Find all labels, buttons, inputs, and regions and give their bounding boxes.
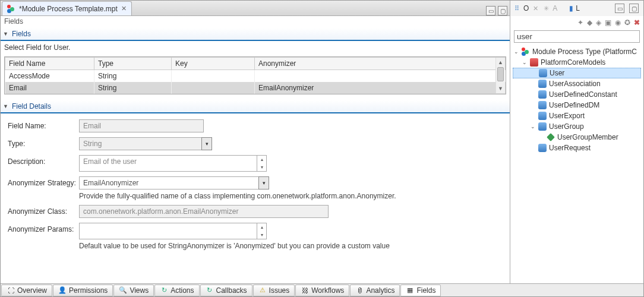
editor-tab[interactable]: *Module Process Template.mpt ✕ bbox=[2, 1, 132, 15]
tab-actions[interactable]: ↻Actions bbox=[154, 285, 199, 296]
action-icon[interactable]: ◉ bbox=[615, 18, 621, 27]
bug-icon[interactable]: ✳ bbox=[542, 4, 550, 12]
collapse-icon: ▼ bbox=[3, 103, 8, 109]
type-label: Type: bbox=[8, 137, 79, 148]
type-select: String bbox=[79, 137, 201, 150]
params-hint: Default value to be used for StringAnony… bbox=[79, 242, 503, 250]
tab-overview[interactable]: ⛶Overview bbox=[1, 285, 52, 296]
mpt-file-icon bbox=[7, 5, 15, 13]
actions-icon: ↻ bbox=[160, 286, 168, 295]
fields-section-header[interactable]: ▼ Fields bbox=[1, 28, 510, 41]
ruler-icon[interactable]: ▮ bbox=[569, 4, 573, 12]
action-icon[interactable]: ▣ bbox=[605, 18, 611, 27]
table-row[interactable]: AccessMode String bbox=[5, 70, 506, 83]
outline-icon[interactable]: ⠿ bbox=[513, 4, 521, 12]
outline-filter-input[interactable] bbox=[514, 30, 640, 43]
field-name-label: Field Name: bbox=[8, 119, 79, 130]
description-input[interactable]: Email of the user bbox=[79, 155, 257, 172]
tree-item[interactable]: UserExport bbox=[513, 110, 641, 121]
anonymizer-class-input: com.onenetwork.platform.anon.EmailAnonym… bbox=[79, 205, 329, 218]
tab-callbacks[interactable]: ↻Callbacks bbox=[200, 285, 252, 296]
tab-workflows[interactable]: ⛓Workflows bbox=[295, 285, 349, 296]
anonymizer-strategy-label: Anonymizer Strategy: bbox=[8, 176, 79, 187]
description-spinner[interactable]: ▴▾ bbox=[257, 155, 267, 172]
col-key[interactable]: Key bbox=[172, 58, 255, 70]
outline-toolbar: ⠿ O ✕ ✳ A ▮ L ▭ ▢ bbox=[510, 1, 643, 16]
anonymizer-params-input[interactable] bbox=[79, 223, 257, 239]
expand-icon[interactable]: ⌄ bbox=[529, 124, 536, 130]
scroll-down-icon[interactable]: ▼ bbox=[496, 84, 505, 93]
model-icon bbox=[539, 69, 547, 77]
tab-views[interactable]: 🔍Views bbox=[113, 285, 154, 296]
collapse-icon: ▼ bbox=[3, 31, 8, 37]
section-title: Field Details bbox=[12, 102, 51, 110]
link-icon[interactable]: ✕ bbox=[531, 4, 539, 12]
close-icon[interactable]: ✕ bbox=[121, 5, 127, 12]
col-field-name[interactable]: Field Name bbox=[5, 58, 94, 70]
outline-tree: ⌄ Module Process Type (PlatformC ⌄ Platf… bbox=[510, 45, 643, 154]
expand-icon[interactable]: ⌄ bbox=[513, 49, 519, 55]
minimize-button[interactable]: ▭ bbox=[486, 6, 495, 15]
details-section-header[interactable]: ▼ Field Details bbox=[1, 100, 510, 113]
callbacks-icon: ↻ bbox=[206, 286, 214, 295]
outline-a-label: A bbox=[553, 4, 557, 12]
remove-icon[interactable]: ✖ bbox=[634, 18, 640, 27]
workflows-icon: ⛓ bbox=[301, 286, 309, 295]
field-details-form: Field Name: Email Type: String ▾ Descrip… bbox=[1, 113, 510, 256]
maximize-button[interactable]: ▢ bbox=[629, 4, 639, 13]
section-title: Fields bbox=[12, 30, 31, 38]
maximize-button[interactable]: ▢ bbox=[498, 6, 507, 15]
strategy-hint: Provide the fully-qualified name of a cl… bbox=[79, 192, 503, 200]
tree-item[interactable]: UserDefinedConstant bbox=[513, 89, 641, 100]
model-icon bbox=[538, 101, 547, 109]
tab-permissions[interactable]: 👤Permissions bbox=[53, 285, 113, 296]
anonymizer-strategy-select[interactable]: EmailAnonymizer bbox=[79, 176, 258, 189]
tree-item[interactable]: UserAssociation bbox=[513, 78, 641, 89]
outline-actions: ✦ ◆ ◈ ▣ ◉ ✪ ✖ bbox=[510, 16, 643, 29]
package-icon bbox=[530, 58, 538, 67]
module-type-icon bbox=[522, 48, 530, 56]
editor-bottom-tabs: ⛶Overview 👤Permissions 🔍Views ↻Actions ↻… bbox=[1, 283, 643, 296]
breadcrumb: Fields bbox=[1, 16, 510, 28]
tab-issues[interactable]: ⚠Issues bbox=[253, 285, 295, 296]
scroll-up-icon[interactable]: ▲ bbox=[496, 58, 505, 67]
minimize-button[interactable]: ▭ bbox=[615, 4, 624, 13]
tree-item-usergroup[interactable]: ⌄ UserGroup bbox=[513, 121, 641, 132]
editor-tab-bar: *Module Process Template.mpt ✕ ▭ ▢ bbox=[1, 1, 510, 16]
table-scrollbar[interactable]: ▲ ▼ bbox=[495, 58, 505, 93]
issues-icon: ⚠ bbox=[258, 286, 267, 295]
table-row[interactable]: Email String EmailAnonymizer bbox=[5, 82, 506, 94]
action-icon[interactable]: ✪ bbox=[624, 18, 630, 27]
model-icon bbox=[538, 144, 547, 152]
col-anonymizer[interactable]: Anonymizer bbox=[255, 58, 506, 70]
overview-icon: ⛶ bbox=[7, 286, 15, 295]
outline-o-label: O bbox=[523, 4, 529, 12]
chevron-down-icon: ▾ bbox=[201, 137, 212, 150]
model-icon bbox=[538, 122, 547, 131]
tree-item[interactable]: UserDefinedDM bbox=[513, 100, 641, 110]
tree-item[interactable]: UserRequest bbox=[513, 143, 641, 153]
select-message: Select Field for User. bbox=[1, 41, 510, 54]
action-icon[interactable]: ◈ bbox=[596, 18, 601, 27]
tree-item-group[interactable]: ⌄ PlatformCoreModels bbox=[513, 57, 641, 68]
model-icon bbox=[538, 80, 547, 88]
description-label: Description: bbox=[8, 155, 79, 166]
permissions-icon: 👤 bbox=[58, 286, 67, 295]
anonymizer-class-label: Anonymizer Class: bbox=[8, 205, 79, 216]
outline-l-label: L bbox=[576, 4, 580, 12]
anonymizer-params-label: Anonymizer Params: bbox=[8, 223, 79, 233]
tree-item-root[interactable]: ⌄ Module Process Type (PlatformC bbox=[513, 46, 641, 57]
action-icon[interactable]: ✦ bbox=[577, 18, 583, 27]
tab-fields[interactable]: ▦Fields bbox=[400, 285, 441, 296]
tree-item[interactable]: UserGroupMember bbox=[513, 132, 641, 143]
tree-item-user[interactable]: User bbox=[513, 68, 641, 78]
chevron-down-icon[interactable]: ▾ bbox=[258, 176, 269, 189]
editor-tab-title: *Module Process Template.mpt bbox=[19, 5, 118, 13]
fields-icon: ▦ bbox=[406, 286, 414, 295]
expand-icon[interactable]: ⌄ bbox=[521, 59, 528, 66]
analytics-icon: 🛢 bbox=[355, 286, 364, 295]
params-spinner[interactable]: ▴▾ bbox=[257, 223, 267, 239]
tab-analytics[interactable]: 🛢Analytics bbox=[350, 285, 400, 296]
action-icon[interactable]: ◆ bbox=[587, 18, 592, 27]
col-type[interactable]: Type bbox=[94, 58, 172, 70]
